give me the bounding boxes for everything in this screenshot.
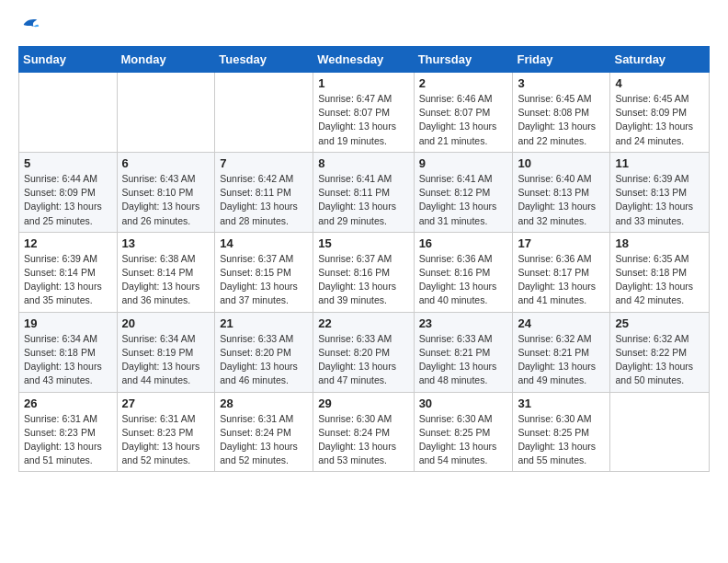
day-number: 11 xyxy=(615,156,704,170)
day-number: 14 xyxy=(220,236,308,250)
header xyxy=(18,15,710,35)
logo xyxy=(18,15,40,35)
day-number: 30 xyxy=(419,396,508,410)
calendar-cell: 13Sunrise: 6:38 AM Sunset: 8:14 PM Dayli… xyxy=(117,232,215,312)
day-info: Sunrise: 6:40 AM Sunset: 8:13 PM Dayligh… xyxy=(518,172,605,228)
calendar-table: SundayMondayTuesdayWednesdayThursdayFrid… xyxy=(18,46,710,472)
day-number: 9 xyxy=(419,156,508,170)
calendar-cell xyxy=(19,73,118,153)
calendar-cell: 1Sunrise: 6:47 AM Sunset: 8:07 PM Daylig… xyxy=(313,73,414,153)
weekday-header-friday: Friday xyxy=(513,47,610,73)
weekday-header-row: SundayMondayTuesdayWednesdayThursdayFrid… xyxy=(19,47,710,73)
day-info: Sunrise: 6:46 AM Sunset: 8:07 PM Dayligh… xyxy=(419,92,508,148)
day-info: Sunrise: 6:33 AM Sunset: 8:20 PM Dayligh… xyxy=(318,332,408,388)
day-info: Sunrise: 6:32 AM Sunset: 8:21 PM Dayligh… xyxy=(518,332,605,388)
day-info: Sunrise: 6:44 AM Sunset: 8:09 PM Dayligh… xyxy=(24,172,112,228)
day-info: Sunrise: 6:36 AM Sunset: 8:16 PM Dayligh… xyxy=(419,252,508,308)
day-info: Sunrise: 6:43 AM Sunset: 8:10 PM Dayligh… xyxy=(122,172,210,228)
calendar-cell: 11Sunrise: 6:39 AM Sunset: 8:13 PM Dayli… xyxy=(610,152,710,232)
calendar-cell xyxy=(117,73,215,153)
day-info: Sunrise: 6:33 AM Sunset: 8:21 PM Dayligh… xyxy=(419,332,508,388)
calendar-cell: 5Sunrise: 6:44 AM Sunset: 8:09 PM Daylig… xyxy=(19,152,118,232)
day-info: Sunrise: 6:30 AM Sunset: 8:24 PM Dayligh… xyxy=(318,412,408,468)
day-number: 22 xyxy=(318,316,408,330)
calendar-week-row: 12Sunrise: 6:39 AM Sunset: 8:14 PM Dayli… xyxy=(19,232,710,312)
weekday-header-monday: Monday xyxy=(117,47,215,73)
calendar-cell: 27Sunrise: 6:31 AM Sunset: 8:23 PM Dayli… xyxy=(117,392,215,472)
day-number: 3 xyxy=(518,76,605,90)
calendar-cell: 21Sunrise: 6:33 AM Sunset: 8:20 PM Dayli… xyxy=(215,312,313,392)
logo-bird-icon xyxy=(20,15,40,35)
calendar-cell: 3Sunrise: 6:45 AM Sunset: 8:08 PM Daylig… xyxy=(513,73,610,153)
calendar-cell: 7Sunrise: 6:42 AM Sunset: 8:11 PM Daylig… xyxy=(215,152,313,232)
day-info: Sunrise: 6:31 AM Sunset: 8:23 PM Dayligh… xyxy=(24,412,112,468)
day-info: Sunrise: 6:37 AM Sunset: 8:16 PM Dayligh… xyxy=(318,252,408,308)
calendar-cell: 17Sunrise: 6:36 AM Sunset: 8:17 PM Dayli… xyxy=(513,232,610,312)
day-info: Sunrise: 6:36 AM Sunset: 8:17 PM Dayligh… xyxy=(518,252,605,308)
day-number: 20 xyxy=(122,316,210,330)
calendar-cell: 23Sunrise: 6:33 AM Sunset: 8:21 PM Dayli… xyxy=(414,312,513,392)
day-number: 27 xyxy=(122,396,210,410)
calendar-week-row: 26Sunrise: 6:31 AM Sunset: 8:23 PM Dayli… xyxy=(19,392,710,472)
day-info: Sunrise: 6:34 AM Sunset: 8:18 PM Dayligh… xyxy=(24,332,112,388)
weekday-header-thursday: Thursday xyxy=(414,47,513,73)
day-number: 1 xyxy=(318,76,408,90)
calendar-cell: 22Sunrise: 6:33 AM Sunset: 8:20 PM Dayli… xyxy=(313,312,414,392)
day-number: 25 xyxy=(615,316,704,330)
day-info: Sunrise: 6:31 AM Sunset: 8:24 PM Dayligh… xyxy=(220,412,308,468)
day-info: Sunrise: 6:38 AM Sunset: 8:14 PM Dayligh… xyxy=(122,252,210,308)
day-info: Sunrise: 6:37 AM Sunset: 8:15 PM Dayligh… xyxy=(220,252,308,308)
day-number: 6 xyxy=(122,156,210,170)
calendar-week-row: 19Sunrise: 6:34 AM Sunset: 8:18 PM Dayli… xyxy=(19,312,710,392)
day-info: Sunrise: 6:30 AM Sunset: 8:25 PM Dayligh… xyxy=(518,412,605,468)
calendar-cell xyxy=(610,392,710,472)
day-number: 29 xyxy=(318,396,408,410)
day-number: 26 xyxy=(24,396,112,410)
weekday-header-saturday: Saturday xyxy=(610,47,710,73)
calendar-cell: 26Sunrise: 6:31 AM Sunset: 8:23 PM Dayli… xyxy=(19,392,118,472)
day-info: Sunrise: 6:34 AM Sunset: 8:19 PM Dayligh… xyxy=(122,332,210,388)
day-number: 7 xyxy=(220,156,308,170)
calendar-cell: 15Sunrise: 6:37 AM Sunset: 8:16 PM Dayli… xyxy=(313,232,414,312)
calendar-cell: 30Sunrise: 6:30 AM Sunset: 8:25 PM Dayli… xyxy=(414,392,513,472)
day-number: 18 xyxy=(615,236,704,250)
day-number: 24 xyxy=(518,316,605,330)
day-number: 17 xyxy=(518,236,605,250)
day-info: Sunrise: 6:39 AM Sunset: 8:13 PM Dayligh… xyxy=(615,172,704,228)
calendar-cell: 2Sunrise: 6:46 AM Sunset: 8:07 PM Daylig… xyxy=(414,73,513,153)
day-number: 8 xyxy=(318,156,408,170)
day-number: 12 xyxy=(24,236,112,250)
calendar-cell: 31Sunrise: 6:30 AM Sunset: 8:25 PM Dayli… xyxy=(513,392,610,472)
day-info: Sunrise: 6:39 AM Sunset: 8:14 PM Dayligh… xyxy=(24,252,112,308)
day-info: Sunrise: 6:30 AM Sunset: 8:25 PM Dayligh… xyxy=(419,412,508,468)
calendar-cell: 4Sunrise: 6:45 AM Sunset: 8:09 PM Daylig… xyxy=(610,73,710,153)
calendar-cell: 10Sunrise: 6:40 AM Sunset: 8:13 PM Dayli… xyxy=(513,152,610,232)
day-number: 21 xyxy=(220,316,308,330)
calendar-cell: 24Sunrise: 6:32 AM Sunset: 8:21 PM Dayli… xyxy=(513,312,610,392)
day-number: 16 xyxy=(419,236,508,250)
day-number: 31 xyxy=(518,396,605,410)
calendar-week-row: 5Sunrise: 6:44 AM Sunset: 8:09 PM Daylig… xyxy=(19,152,710,232)
calendar-cell: 16Sunrise: 6:36 AM Sunset: 8:16 PM Dayli… xyxy=(414,232,513,312)
calendar-week-row: 1Sunrise: 6:47 AM Sunset: 8:07 PM Daylig… xyxy=(19,73,710,153)
calendar-cell: 18Sunrise: 6:35 AM Sunset: 8:18 PM Dayli… xyxy=(610,232,710,312)
day-number: 2 xyxy=(419,76,508,90)
day-info: Sunrise: 6:41 AM Sunset: 8:11 PM Dayligh… xyxy=(318,172,408,228)
calendar-cell: 14Sunrise: 6:37 AM Sunset: 8:15 PM Dayli… xyxy=(215,232,313,312)
calendar-cell: 6Sunrise: 6:43 AM Sunset: 8:10 PM Daylig… xyxy=(117,152,215,232)
calendar-cell: 8Sunrise: 6:41 AM Sunset: 8:11 PM Daylig… xyxy=(313,152,414,232)
day-number: 23 xyxy=(419,316,508,330)
day-number: 5 xyxy=(24,156,112,170)
day-info: Sunrise: 6:41 AM Sunset: 8:12 PM Dayligh… xyxy=(419,172,508,228)
calendar-cell: 28Sunrise: 6:31 AM Sunset: 8:24 PM Dayli… xyxy=(215,392,313,472)
day-info: Sunrise: 6:32 AM Sunset: 8:22 PM Dayligh… xyxy=(615,332,704,388)
calendar-cell: 19Sunrise: 6:34 AM Sunset: 8:18 PM Dayli… xyxy=(19,312,118,392)
calendar-cell xyxy=(215,73,313,153)
day-number: 10 xyxy=(518,156,605,170)
day-info: Sunrise: 6:42 AM Sunset: 8:11 PM Dayligh… xyxy=(220,172,308,228)
day-info: Sunrise: 6:35 AM Sunset: 8:18 PM Dayligh… xyxy=(615,252,704,308)
day-info: Sunrise: 6:33 AM Sunset: 8:20 PM Dayligh… xyxy=(220,332,308,388)
calendar-cell: 12Sunrise: 6:39 AM Sunset: 8:14 PM Dayli… xyxy=(19,232,118,312)
day-number: 19 xyxy=(24,316,112,330)
calendar-cell: 29Sunrise: 6:30 AM Sunset: 8:24 PM Dayli… xyxy=(313,392,414,472)
